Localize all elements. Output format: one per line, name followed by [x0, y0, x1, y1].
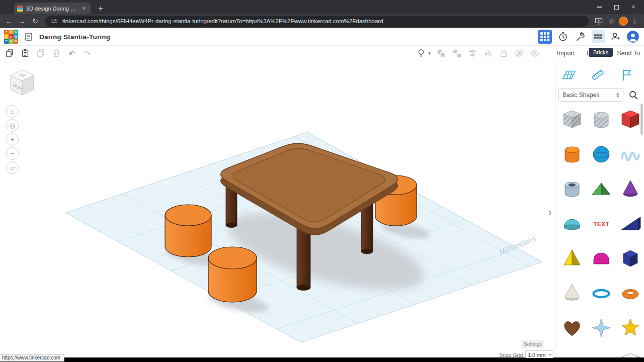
settings-button[interactable]: Settings [521, 340, 544, 348]
dashboard-grid-button[interactable] [538, 30, 552, 44]
shape-torus[interactable] [618, 281, 642, 305]
panel-scrollbar[interactable] [640, 104, 643, 135]
shape-box-2[interactable] [618, 350, 642, 358]
panel-collapse-handle[interactable]: › [546, 206, 554, 219]
shape-cylinder[interactable] [560, 142, 584, 166]
fit-view-button[interactable]: ◎ [6, 119, 19, 132]
logo-letter: K [4, 34, 9, 39]
shape-box[interactable] [618, 108, 642, 132]
perspective-button[interactable]: ▱ [6, 161, 19, 174]
svg-text:TEXT: TEXT [593, 221, 609, 228]
shapes-panel: Basic Shapes TEXT [555, 61, 644, 358]
undo-icon[interactable]: ↶ [66, 48, 77, 59]
logo-letter: C [4, 39, 9, 44]
app-header: TINKERCAD Daring Stantia-Turing [0, 28, 644, 46]
bulb-caret-icon[interactable]: ▾ [428, 51, 431, 56]
forward-button[interactable]: → [16, 15, 28, 27]
lock-icon[interactable] [498, 48, 509, 59]
shape-half-torus[interactable] [560, 350, 584, 358]
address-bar[interactable]: tinkercad.com/things/0FlH4eeW4Pr-daring-… [45, 16, 589, 27]
bookmark-star-icon[interactable]: ☆ [606, 15, 618, 27]
bottom-black-bar [0, 357, 644, 362]
shape-category-select[interactable]: Basic Shapes [558, 88, 623, 102]
duplicate-icon[interactable] [35, 48, 46, 59]
logo-letter: N [14, 30, 18, 34]
shape-pyramid[interactable] [560, 246, 584, 270]
browser-profile-avatar[interactable] [619, 17, 628, 26]
zoom-in-button[interactable]: + [6, 133, 19, 146]
search-shapes-button[interactable] [627, 88, 640, 102]
send-to-button[interactable]: Send To [617, 50, 640, 57]
tab-close-icon[interactable]: × [80, 5, 88, 12]
design-properties-icon[interactable] [23, 31, 34, 42]
panel-tools [555, 61, 644, 82]
maximize-icon [614, 5, 619, 10]
paste-icon[interactable] [20, 48, 31, 59]
shape-heart[interactable] [560, 316, 584, 340]
user-avatar[interactable] [627, 31, 639, 43]
tinkercad-logo[interactable]: TINKERCAD [4, 30, 18, 44]
logo-letter: T [4, 30, 9, 34]
group-icon[interactable] [436, 48, 447, 59]
shape-torus-thin[interactable] [589, 281, 613, 305]
install-app-icon[interactable] [593, 15, 605, 27]
logo-letter: E [9, 34, 13, 39]
stool-front[interactable] [208, 247, 257, 302]
bricks-icon[interactable] [592, 30, 605, 43]
shape-wedge[interactable] [618, 212, 642, 236]
show-all-eye-icon[interactable] [529, 48, 540, 59]
tools-wrench-icon[interactable] [574, 30, 587, 43]
shape-tube[interactable] [560, 177, 584, 201]
shape-paraboloid[interactable] [560, 281, 584, 305]
shape-cone[interactable] [618, 177, 642, 201]
shape-hole-box[interactable] [560, 108, 584, 132]
site-settings-icon[interactable] [50, 17, 58, 25]
shape-round-roof[interactable] [589, 246, 613, 270]
new-tab-button[interactable]: + [95, 3, 107, 14]
logo-letter: I [9, 30, 13, 34]
shape-roof[interactable] [589, 177, 613, 201]
shape-hole-cylinder[interactable] [589, 108, 613, 132]
browser-menu-icon[interactable]: ⋮ [629, 15, 641, 27]
shape-star-5[interactable] [618, 316, 642, 340]
minimize-button[interactable] [591, 0, 608, 14]
shape-category-value: Basic Shapes [562, 92, 599, 99]
import-button[interactable]: Import [557, 50, 575, 57]
shape-scribble[interactable] [618, 142, 642, 166]
shape-polygon[interactable] [618, 246, 642, 270]
shape-half-sphere-2[interactable] [589, 350, 613, 358]
snap-grid-control: Snap Grid 1.0 mm ▾ [499, 350, 553, 358]
hide-eye-icon[interactable] [514, 48, 525, 59]
stool-left[interactable] [165, 205, 211, 257]
back-button[interactable]: ← [3, 15, 15, 27]
share-person-icon[interactable] [609, 30, 622, 43]
redo-icon[interactable]: ↷ [82, 48, 93, 59]
viewport-3d[interactable]: Millimeters [0, 61, 555, 358]
ruler-tool-icon[interactable] [590, 67, 605, 82]
notes-tool-icon[interactable] [619, 67, 634, 82]
browser-navbar: ← → ↻ tinkercad.com/things/0FlH4eeW4Pr-d… [0, 14, 644, 28]
close-window-button[interactable]: × [625, 0, 642, 14]
mirror-flip-icon[interactable] [482, 48, 494, 59]
ungroup-icon[interactable] [451, 48, 462, 59]
shape-text[interactable]: TEXT [589, 212, 613, 236]
workplane-tool-icon[interactable] [561, 67, 577, 82]
tips-bulb-icon[interactable] [416, 48, 427, 59]
browser-tab[interactable]: 3D design Daring Stantia-Turing × [14, 3, 91, 14]
browser-tabstrip: 3D design Daring Stantia-Turing × + × [0, 0, 644, 14]
delete-icon[interactable] [51, 48, 62, 59]
copy-icon[interactable] [4, 48, 15, 59]
view-cube[interactable]: TOP FRONT [11, 70, 34, 95]
align-icon[interactable] [467, 48, 478, 59]
maximize-button[interactable] [608, 0, 625, 14]
history-clock-icon[interactable] [556, 30, 570, 43]
tinkercad-favicon [17, 6, 23, 12]
shape-half-sphere[interactable] [560, 212, 584, 236]
shape-star[interactable] [589, 316, 613, 340]
zoom-out-button[interactable]: − [6, 147, 19, 160]
snap-grid-select[interactable]: 1.0 mm ▾ [525, 350, 553, 358]
reload-button[interactable]: ↻ [29, 15, 41, 27]
shape-sphere[interactable] [589, 142, 613, 166]
home-view-button[interactable]: ⌂ [6, 105, 19, 118]
design-title[interactable]: Daring Stantia-Turing [39, 33, 110, 41]
